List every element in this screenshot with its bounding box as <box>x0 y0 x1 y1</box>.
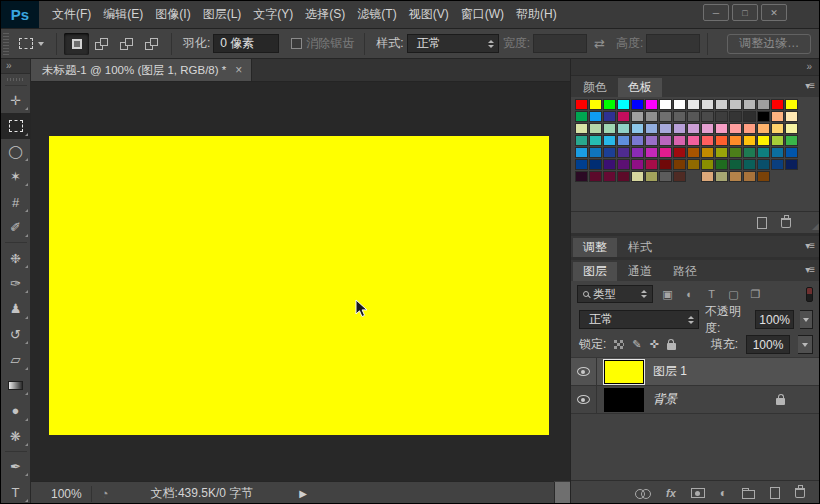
color-swatch[interactable] <box>659 135 672 146</box>
color-swatch[interactable] <box>603 135 616 146</box>
new-layer-icon[interactable] <box>770 487 780 499</box>
add-to-selection-button[interactable] <box>89 33 114 55</box>
eye-icon[interactable] <box>577 395 590 404</box>
color-swatch[interactable] <box>701 147 714 158</box>
color-swatch[interactable] <box>673 147 686 158</box>
color-swatch[interactable] <box>785 123 798 134</box>
color-swatch[interactable] <box>645 147 658 158</box>
new-group-icon[interactable] <box>742 490 755 499</box>
color-swatch[interactable] <box>715 171 728 182</box>
color-swatch[interactable] <box>687 99 700 110</box>
color-swatch[interactable] <box>757 111 770 122</box>
color-swatch[interactable] <box>771 111 784 122</box>
tool-preset-button[interactable] <box>14 35 49 52</box>
status-clock-icon[interactable]: ◔ <box>101 487 109 500</box>
color-swatch[interactable] <box>589 159 602 170</box>
layer-thumbnail[interactable] <box>604 360 644 384</box>
eye-icon[interactable] <box>577 367 590 376</box>
color-swatch[interactable] <box>617 147 630 158</box>
color-swatch[interactable] <box>687 135 700 146</box>
dodge-tool[interactable]: ❋ <box>1 424 31 449</box>
color-swatch[interactable] <box>701 99 714 110</box>
color-swatch[interactable] <box>757 99 770 110</box>
filter-type-layers-icon[interactable]: T <box>704 289 719 300</box>
new-selection-button[interactable] <box>64 33 89 55</box>
resize-grip[interactable] <box>554 482 570 504</box>
color-swatch[interactable] <box>645 159 658 170</box>
antialias-checkbox[interactable] <box>291 38 302 49</box>
dock-collapse-icon[interactable]: » <box>806 62 812 72</box>
clone-stamp-tool[interactable]: ♟ <box>1 296 31 321</box>
color-swatch[interactable] <box>701 135 714 146</box>
color-swatch[interactable] <box>659 111 672 122</box>
filter-adjustment-layers-icon[interactable]: ◐ <box>682 289 697 300</box>
color-swatch[interactable] <box>631 135 644 146</box>
swap-dimensions-icon[interactable]: ⇄ <box>594 36 605 51</box>
color-swatch[interactable] <box>785 111 798 122</box>
layer-filter-toggle[interactable] <box>806 287 813 302</box>
intersect-selection-button[interactable] <box>139 33 164 55</box>
lasso-tool[interactable]: ◯ <box>1 139 31 164</box>
color-swatch[interactable] <box>743 111 756 122</box>
layers-tab[interactable]: 路径 <box>663 262 707 281</box>
color-swatch[interactable] <box>743 159 756 170</box>
blend-mode-dropdown[interactable]: 正常 <box>579 310 699 329</box>
color-swatch[interactable] <box>603 159 616 170</box>
maximize-button[interactable]: □ <box>732 4 758 21</box>
blur-tool[interactable]: ● <box>1 398 31 423</box>
color-swatch[interactable] <box>631 99 644 110</box>
color-swatch[interactable] <box>589 111 602 122</box>
type-tool[interactable]: T <box>1 479 31 504</box>
color-swatch[interactable] <box>603 111 616 122</box>
swatches-tab[interactable]: 颜色 <box>573 78 617 97</box>
color-swatch[interactable] <box>715 123 728 134</box>
color-swatch[interactable] <box>673 123 686 134</box>
color-swatch[interactable] <box>589 147 602 158</box>
delete-layer-icon[interactable] <box>795 488 805 498</box>
color-swatch[interactable] <box>659 171 672 182</box>
color-swatch[interactable] <box>771 99 784 110</box>
color-swatch[interactable] <box>645 171 658 182</box>
color-swatch[interactable] <box>757 123 770 134</box>
color-swatch[interactable] <box>729 159 742 170</box>
fill-input[interactable]: 100% <box>746 335 790 354</box>
color-swatch[interactable] <box>673 135 686 146</box>
color-swatch[interactable] <box>785 147 798 158</box>
width-input[interactable] <box>533 34 587 53</box>
close-button[interactable]: ✕ <box>761 4 787 21</box>
layers-tab[interactable]: 通道 <box>618 262 662 281</box>
color-swatch[interactable] <box>659 99 672 110</box>
menubar-item[interactable]: 帮助(H) <box>516 6 557 23</box>
lock-position-icon[interactable]: ✜ <box>650 339 659 350</box>
color-swatch[interactable] <box>729 123 742 134</box>
color-swatch[interactable] <box>757 135 770 146</box>
color-swatch[interactable] <box>743 123 756 134</box>
pen-tool[interactable]: ✒ <box>1 454 31 479</box>
lock-all-icon[interactable] <box>667 343 676 350</box>
color-swatch[interactable] <box>771 159 784 170</box>
layer-visibility-cell[interactable] <box>571 386 597 413</box>
color-swatch[interactable] <box>729 99 742 110</box>
color-swatch[interactable] <box>701 171 714 182</box>
color-swatch[interactable] <box>575 99 588 110</box>
color-swatch[interactable] <box>729 111 742 122</box>
menubar-item[interactable]: 图像(I) <box>155 6 190 23</box>
new-adjustment-layer-icon[interactable]: ◐ <box>720 487 727 499</box>
color-swatch[interactable] <box>687 159 700 170</box>
minimize-button[interactable]: ─ <box>703 4 729 21</box>
color-swatch[interactable] <box>673 99 686 110</box>
color-swatch[interactable] <box>743 99 756 110</box>
new-swatch-icon[interactable] <box>757 217 767 229</box>
layer-style-icon[interactable]: fx <box>666 487 676 499</box>
layer-row[interactable]: 背景 <box>571 386 820 414</box>
panel-menu-icon[interactable]: ▾≡ <box>805 80 814 91</box>
color-swatch[interactable] <box>631 147 644 158</box>
color-swatch[interactable] <box>757 147 770 158</box>
color-swatch[interactable] <box>603 123 616 134</box>
color-swatch[interactable] <box>617 135 630 146</box>
color-swatch[interactable] <box>687 147 700 158</box>
color-swatch[interactable] <box>575 159 588 170</box>
eyedropper-tool[interactable]: ✐ <box>1 215 31 240</box>
color-swatch[interactable] <box>715 111 728 122</box>
history-brush-tool[interactable]: ↺ <box>1 322 31 347</box>
